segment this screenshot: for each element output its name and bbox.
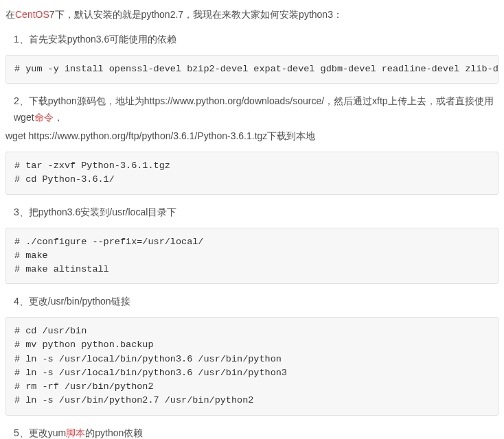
- step-1-code: # yum -y install openssl-devel bzip2-dev…: [5, 55, 499, 84]
- step-2-code: # tar -zxvf Python-3.6.1.tgz # cd Python…: [5, 152, 499, 195]
- step-1-text: 1、首先安装python3.6可能使用的依赖: [14, 32, 499, 48]
- step-4-code: # cd /usr/bin # mv python python.backup …: [5, 317, 499, 416]
- step-4-text: 4、更改/usr/bin/python链接: [14, 294, 499, 310]
- intro-paragraph: 在CentOS7下，默认安装的就是python2.7，我现在来教大家如何安装py…: [5, 7, 499, 23]
- step-5-highlight: 脚本: [66, 427, 85, 438]
- step-3-code: # ./configure --prefix=/usr/local/ # mak…: [5, 228, 499, 285]
- step-2-cont: wget https://www.python.org/ftp/python/3…: [5, 128, 499, 145]
- intro-highlight: CentOS: [15, 9, 49, 20]
- step-3-text: 3、把python3.6安装到/usr/local目录下: [14, 204, 499, 221]
- step-2-highlight: 命令: [34, 112, 54, 123]
- step-5-text: 5、更改yum脚本的python依赖: [14, 425, 499, 439]
- intro-suffix: 7下，默认安装的就是python2.7，我现在来教大家如何安装python3：: [49, 9, 343, 20]
- intro-prefix: 在: [5, 9, 15, 20]
- step-2-part2: ，: [54, 112, 63, 123]
- step-2-part1: 2、下载python源码包，地址为https://www.python.org/…: [14, 95, 494, 123]
- step-5-prefix: 5、更改yum: [14, 427, 66, 438]
- step-5-suffix: 的python依赖: [85, 427, 143, 438]
- step-2-text: 2、下载python源码包，地址为https://www.python.org/…: [14, 93, 499, 126]
